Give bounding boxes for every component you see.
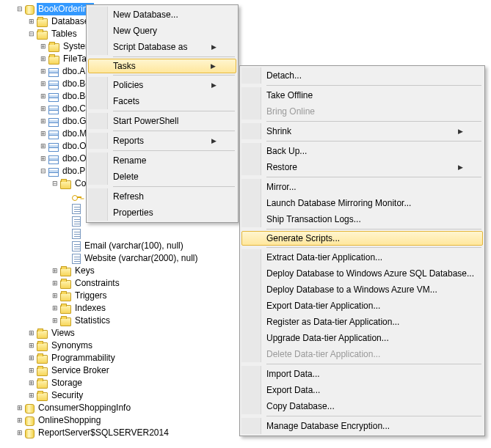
expand-icon[interactable] [38,65,48,78]
menu-item-back-up[interactable]: Back Up... [241,143,483,159]
folder-icon [60,305,71,314]
expand-icon[interactable] [38,103,48,115]
tree-node[interactable]: System [3,40,491,53]
expand-icon[interactable] [38,90,48,103]
tree-node[interactable]: Database D [3,15,491,28]
menu-item-detach[interactable]: Detach... [241,67,483,84]
table-icon [48,81,59,89]
folder-icon [60,280,71,289]
expand-icon[interactable] [15,414,25,427]
menu-item-import-data[interactable]: Import Data... [241,366,483,382]
expand-icon[interactable] [38,140,48,153]
menu-separator [266,364,481,364]
expand-icon[interactable] [26,364,37,377]
submenu-arrow-icon: ▶ [208,62,218,70]
menu-item-deploy-azure-sql[interactable]: Deploy Database to Windows Azure SQL Dat… [241,265,483,282]
tree-label: Tables [50,28,79,40]
expand-icon[interactable] [26,339,37,352]
menu-separator [266,121,481,122]
menu-item-ship-transaction-logs[interactable]: Ship Transaction Logs... [241,211,483,227]
folder-icon [37,31,48,40]
menu-item-policies[interactable]: Policies▶ [88,77,236,93]
expand-icon[interactable] [38,153,48,165]
tree-label: Triggers [73,290,109,302]
menu-item-restore[interactable]: Restore▶ [241,159,483,175]
menu-item-script-database[interactable]: Script Database as▶ [88,39,236,55]
menu-item-deploy-azure-vm[interactable]: Deploy Database to a Windows Azure VM... [241,282,483,298]
column-icon [72,254,81,264]
collapse-icon[interactable] [15,3,25,15]
expand-icon[interactable] [38,53,48,65]
menu-item-mirror[interactable]: Mirror... [241,179,483,195]
menu-item-tasks[interactable]: Tasks▶ [88,59,236,73]
menu-item-delete[interactable]: Delete [88,169,236,185]
expand-icon[interactable] [38,78,48,90]
expand-icon[interactable] [15,427,25,439]
column-icon [72,216,81,227]
expand-icon[interactable] [26,389,37,402]
table-icon [48,155,59,164]
folder-icon [48,56,59,65]
tree-node-database[interactable]: BookOrdering [3,3,491,15]
tree-label: Programmability [50,352,117,364]
column-icon [72,204,81,214]
menu-separator [266,229,481,229]
submenu-tasks: Detach... Take Offline Bring Online Shri… [239,65,485,436]
menu-item-new-query[interactable]: New Query [88,23,236,39]
menu-separator [113,56,235,57]
expand-icon[interactable] [50,277,60,290]
tree-label: Indexes [73,302,107,315]
expand-icon[interactable] [26,15,37,28]
key-icon [72,193,82,202]
menu-item-shrink[interactable]: Shrink▶ [241,123,483,139]
menu-item-start-powershell[interactable]: Start PowerShell [88,113,236,129]
menu-item-register-dac[interactable]: Register as Data-tier Application... [241,314,483,330]
menu-item-upgrade-dac[interactable]: Upgrade Data-tier Application... [241,330,483,346]
expand-icon[interactable] [50,302,60,315]
expand-icon[interactable] [50,315,60,327]
expand-icon[interactable] [38,128,48,140]
menu-item-facets[interactable]: Facets [88,93,236,109]
expand-icon[interactable] [38,115,48,128]
table-icon [48,143,59,152]
menu-item-new-database[interactable]: New Database... [88,7,236,23]
expand-icon[interactable] [15,402,25,414]
menu-item-generate-scripts[interactable]: Generate Scripts... [241,231,483,246]
folder-icon [60,268,71,276]
table-icon [48,106,59,114]
tree-node[interactable]: FileTab [3,53,491,65]
folder-icon [37,392,48,401]
expand-icon[interactable] [26,352,37,364]
submenu-arrow-icon: ▶ [208,43,219,51]
menu-item-take-offline[interactable]: Take Offline [241,87,483,103]
expand-icon[interactable] [50,265,60,277]
menu-item-properties[interactable]: Properties [88,205,236,221]
menu-item-manage-encryption[interactable]: Manage Database Encryption... [241,418,483,434]
menu-item-extract-dac[interactable]: Extract Data-tier Application... [241,249,483,265]
folder-icon [37,367,48,376]
collapse-icon[interactable] [50,177,60,190]
menu-item-refresh[interactable]: Refresh [88,188,236,205]
folder-icon [37,355,48,364]
menu-item-rename[interactable]: Rename [88,153,236,169]
database-icon [25,404,34,414]
menu-item-launch-mirroring-monitor[interactable]: Launch Database Mirroring Monitor... [241,195,483,211]
menu-item-reports[interactable]: Reports▶ [88,133,236,149]
collapse-icon[interactable] [38,165,48,177]
tree-label: dbo.M [61,128,88,140]
menu-item-copy-database[interactable]: Copy Database... [241,398,483,414]
expand-icon[interactable] [50,290,60,302]
menu-item-export-dac[interactable]: Export Data-tier Application... [241,298,483,314]
menu-item-export-data[interactable]: Export Data... [241,382,483,398]
database-icon [25,5,34,15]
folder-icon [60,317,71,326]
collapse-icon[interactable] [26,28,37,40]
menu-separator [266,141,481,142]
expand-icon[interactable] [38,40,48,53]
expand-icon[interactable] [26,377,37,389]
tree-node[interactable]: Tables [3,28,491,40]
folder-icon [37,380,48,389]
expand-icon[interactable] [26,327,37,339]
database-icon [25,429,34,438]
folder-icon [37,18,48,27]
